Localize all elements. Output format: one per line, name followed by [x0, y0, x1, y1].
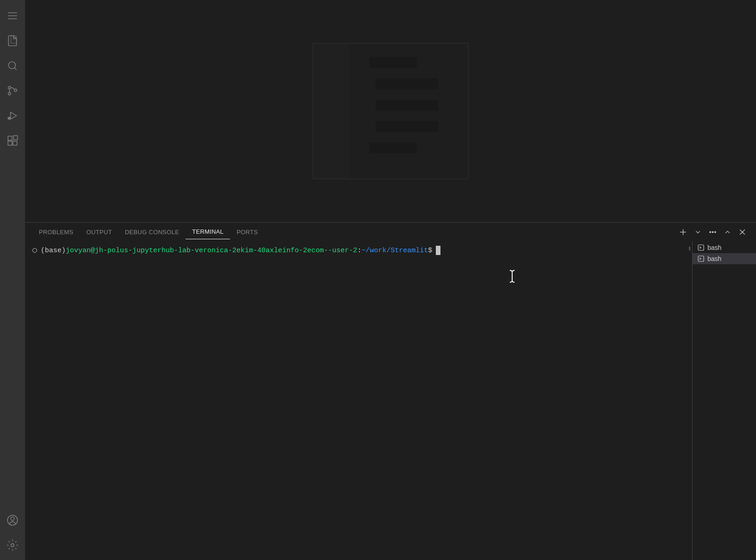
text-cursor-icon	[507, 270, 517, 285]
editor-placeholder	[312, 43, 469, 180]
terminal-cursor	[436, 246, 440, 255]
panel-area: PROBLEMS OUTPUT DEBUG CONSOLE TERMINAL P…	[25, 222, 756, 560]
run-debug-icon[interactable]	[5, 108, 20, 123]
terminal-list: bash bash	[692, 241, 756, 560]
bash-icon	[697, 244, 705, 251]
terminal-line: (base) jovyan@jh-polus-jupyterhub-lab-ve…	[32, 246, 685, 255]
main-content: PROBLEMS OUTPUT DEBUG CONSOLE TERMINAL P…	[25, 0, 756, 560]
terminal-chevron-icon[interactable]	[693, 227, 702, 236]
maximize-panel-icon[interactable]	[723, 227, 732, 236]
terminal-item-label: bash	[707, 244, 721, 251]
tab-output[interactable]: OUTPUT	[80, 225, 118, 239]
new-terminal-icon[interactable]	[678, 227, 688, 236]
placeholder-bar	[369, 57, 417, 68]
terminal-env: (base)	[41, 247, 66, 255]
svg-point-8	[14, 89, 17, 91]
svg-point-4	[8, 62, 15, 68]
extensions-icon[interactable]	[5, 133, 20, 148]
more-icon[interactable]	[708, 227, 717, 236]
svg-marker-9	[11, 112, 17, 119]
search-icon[interactable]	[5, 58, 20, 73]
scrollbar-indicator[interactable]	[689, 247, 690, 250]
accounts-icon[interactable]	[5, 513, 20, 528]
tab-problems[interactable]: PROBLEMS	[32, 225, 80, 239]
panel-body: (base) jovyan@jh-polus-jupyterhub-lab-ve…	[25, 241, 756, 560]
svg-rect-12	[8, 136, 12, 140]
settings-icon[interactable]	[5, 538, 20, 553]
svg-point-17	[11, 517, 14, 521]
svg-point-22	[712, 231, 713, 233]
terminal-prompt: $	[428, 247, 432, 255]
tab-terminal[interactable]: TERMINAL	[186, 224, 230, 239]
svg-point-23	[714, 231, 716, 233]
terminal-list-item[interactable]: bash	[693, 242, 756, 253]
editor-area	[25, 0, 756, 222]
svg-point-7	[8, 93, 11, 95]
panel-actions	[678, 227, 749, 236]
placeholder-bar	[376, 121, 438, 132]
svg-rect-14	[13, 141, 17, 145]
terminal-user-host: jovyan@jh-polus-jupyterhub-lab-veronica-…	[66, 247, 357, 255]
source-control-icon[interactable]	[5, 83, 20, 98]
terminal-area[interactable]: (base) jovyan@jh-polus-jupyterhub-lab-ve…	[25, 241, 692, 560]
terminal-path: ~/work/Streamlit	[361, 247, 428, 255]
placeholder-bar	[376, 78, 438, 89]
explorer-icon[interactable]	[5, 33, 20, 48]
svg-point-21	[709, 231, 711, 233]
svg-point-6	[8, 87, 11, 89]
bash-icon	[697, 255, 705, 262]
tab-debug-console[interactable]: DEBUG CONSOLE	[118, 225, 186, 239]
svg-line-5	[14, 68, 16, 69]
terminal-list-item[interactable]: bash	[693, 253, 756, 264]
placeholder-content	[357, 44, 468, 178]
svg-rect-15	[13, 136, 18, 140]
terminal-item-label: bash	[707, 255, 721, 262]
panel-tabs: PROBLEMS OUTPUT DEBUG CONSOLE TERMINAL P…	[25, 223, 756, 241]
activity-bar	[0, 0, 25, 560]
placeholder-bar	[376, 100, 438, 111]
placeholder-sidebar	[313, 44, 357, 178]
placeholder-bar	[369, 142, 417, 153]
svg-rect-13	[8, 141, 12, 145]
close-panel-icon[interactable]	[737, 227, 747, 236]
terminal-colon: :	[357, 247, 361, 255]
menu-icon[interactable]	[5, 8, 20, 23]
terminal-status-icon	[32, 248, 37, 253]
tab-ports[interactable]: PORTS	[230, 225, 264, 239]
svg-point-18	[11, 544, 14, 547]
